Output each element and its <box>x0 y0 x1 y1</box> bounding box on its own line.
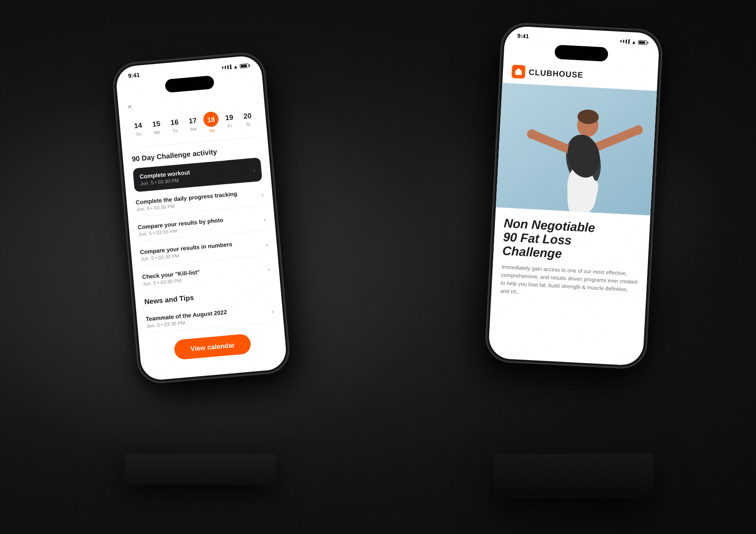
cal-day-17[interactable]: 17 We <box>185 116 202 132</box>
volume-up-button <box>497 89 499 105</box>
clubhouse-logo: CLUBHOUSE <box>511 65 583 81</box>
clubhouse-logo-icon <box>511 65 526 79</box>
scene: 9:41 ▲ <box>89 22 667 512</box>
status-icons-right: ▲ <box>620 39 647 45</box>
phone-left: 9:41 ▲ <box>112 52 290 384</box>
cal-day-16[interactable]: 16 Tu <box>166 118 184 134</box>
view-calendar-button[interactable]: View calendar <box>173 333 251 360</box>
time-right: 9:41 <box>517 32 529 40</box>
wifi-icon: ▲ <box>233 64 238 69</box>
news-item-teammate[interactable]: Teammate of the August 2022 Jun. 5 • 03:… <box>145 300 274 334</box>
challenge-description: Immediately gain access to one of our mo… <box>500 263 639 302</box>
status-icons-left: ▲ <box>222 63 249 70</box>
chevron-icon: › <box>265 241 268 248</box>
wifi-icon: ▲ <box>631 39 637 45</box>
cal-day-18[interactable]: 18 Th <box>202 111 220 134</box>
chevron-icon: › <box>253 166 255 173</box>
hero-image <box>496 83 657 215</box>
cal-day-19[interactable]: 19 Fr <box>221 113 238 129</box>
battery-icon <box>638 40 647 45</box>
platform-right <box>494 454 654 498</box>
time-left: 9:41 <box>128 72 140 79</box>
battery-icon <box>240 63 249 69</box>
challenge-title: Non Negotiable90 Fat LossChallenge <box>502 217 641 265</box>
power-button <box>655 134 659 176</box>
cal-day-14[interactable]: 14 Su <box>130 121 147 137</box>
chevron-icon: › <box>271 307 274 315</box>
clubhouse-logo-text: CLUBHOUSE <box>528 68 583 80</box>
chevron-icon: › <box>261 191 264 198</box>
cal-day-15[interactable]: 15 Mo <box>148 119 165 135</box>
cal-day-20[interactable]: 20 St <box>239 111 257 127</box>
screen-content-left: × 14 Su 15 Mo 16 <box>118 86 286 363</box>
svg-rect-2 <box>517 72 520 75</box>
volume-up-button <box>116 127 119 143</box>
content-right: Non Negotiable90 Fat LossChallenge Immed… <box>491 207 651 303</box>
svg-marker-1 <box>515 68 523 72</box>
chevron-icon: › <box>268 265 270 272</box>
platform-left <box>125 454 276 485</box>
signal-icon <box>620 39 630 44</box>
athlete-illustration <box>496 83 657 215</box>
chevron-icon: › <box>263 216 266 223</box>
signal-icon <box>222 65 232 70</box>
dynamic-island-right <box>555 44 609 61</box>
phone-right: 9:41 ▲ <box>485 23 663 369</box>
